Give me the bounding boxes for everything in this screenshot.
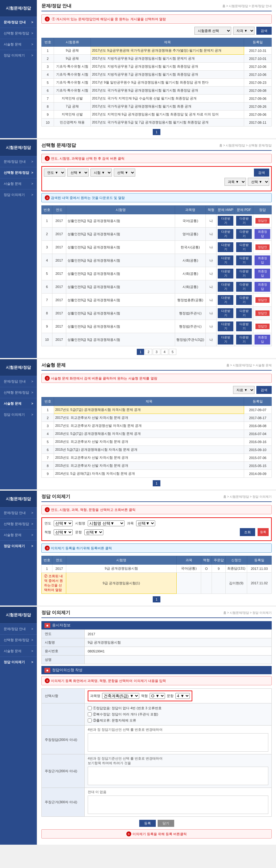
download-pdf-btn[interactable]: 다운받기 — [236, 308, 252, 318]
table-row[interactable]: 다운받기 — [235, 241, 253, 254]
answer-btn[interactable]: 정답안 — [255, 218, 270, 223]
table-row[interactable]: 다운받기 — [216, 267, 235, 280]
download-hwp-btn[interactable]: 다운받기 — [218, 295, 233, 305]
exam-select-2[interactable]: 선택 ▼ — [67, 168, 89, 177]
search-button-3[interactable]: 검색 — [256, 386, 272, 394]
table-row[interactable]: 최종정답 — [253, 280, 272, 293]
sidebar-item-notice-5[interactable]: 문제/정답 안내 > — [0, 623, 37, 634]
download-pdf-btn[interactable]: 다운받기 — [236, 216, 252, 226]
table-row[interactable]: 다운받기 — [216, 227, 235, 241]
download-hwp-btn[interactable]: 다운받기 — [218, 308, 233, 318]
pagination-2[interactable]: 12345 — [41, 349, 272, 355]
table-row[interactable]: 2017년도 지역인재 9급 공개경쟁임용시험 필기시험 최종정답 및 공개 자… — [91, 111, 244, 119]
sidebar-item-notice-4[interactable]: 문제/정답 안내 > — [0, 507, 37, 518]
checkbox-row-3[interactable]: ③출제오류: 문항자체에 오류 — [88, 718, 268, 724]
table-row[interactable]: 최종정답 — [253, 227, 272, 241]
table-row[interactable]: 다운받기 — [235, 307, 253, 320]
table-row[interactable]: 정답안 — [253, 214, 272, 227]
reason2-textarea[interactable] — [88, 796, 268, 814]
table-row[interactable]: 2017년도 외교관후보자 공개경쟁선발 자격시험 문제 공개 — [54, 422, 244, 430]
table-row[interactable]: 다운받기 — [216, 241, 235, 254]
sidebar-header-3[interactable]: 시험문제/정답 — [0, 359, 37, 376]
type-select-5[interactable]: O ▼ — [150, 693, 165, 699]
pagination-1[interactable]: 1 — [41, 129, 272, 135]
table-row[interactable]: 2017년도 지방직공무원 7급 공개경쟁임용시험 필기시험 최종정답 공개 — [91, 71, 244, 79]
answer-btn[interactable]: 최종정답 — [254, 335, 270, 344]
table-row[interactable]: 다운받기 — [235, 267, 253, 280]
sidebar-item-selected-5[interactable]: 선택형 문제/정답 > — [0, 634, 37, 645]
register-btn-4[interactable]: 등록 — [257, 528, 269, 536]
sidebar-item-essay-2[interactable]: 서술형 문제 > — [0, 178, 37, 189]
year-select-2[interactable]: 연도 ▼ — [44, 168, 65, 177]
sidebar-item-obj-5[interactable]: 정답 이의제기 > — [0, 656, 37, 668]
table-row[interactable]: 2016년도 외교관후보자 선발 자격시험 문제 공개 — [54, 438, 244, 446]
table-row[interactable]: 2017년도 국가직공무원 7급 공채경쟁채용시험 필기시험 최종 공개 — [91, 102, 244, 111]
download-pdf-btn[interactable]: 다운받기 — [236, 295, 252, 305]
download-pdf-btn[interactable]: 다운받기 — [236, 269, 252, 278]
answer-btn[interactable]: 최종정답 — [254, 229, 270, 239]
table-row[interactable]: 2017년도 국가직공무원 9급 공개경쟁임용시험 필기시험 최종정답 공개 — [91, 87, 244, 95]
download-hwp-btn[interactable]: 다운받기 — [218, 282, 233, 292]
sidebar-item-essay-3[interactable]: 서술형 문제 > — [0, 398, 37, 409]
subject-sub-2[interactable]: 선택 ▼ — [248, 178, 269, 186]
sidebar-header-5[interactable]: 시험문제/정답 — [0, 607, 37, 623]
table-row[interactable]: 다운받기 — [216, 293, 235, 307]
pagination-4[interactable]: 1 — [41, 596, 272, 602]
download-pdf-btn[interactable]: 다운받기 — [236, 229, 252, 239]
sidebar-item-notice[interactable]: 문제/정답 안내 > — [0, 17, 37, 28]
sidebar-item-essay-4[interactable]: 서술형 문제 > — [0, 529, 37, 540]
download-hwp-btn[interactable]: 다운받기 — [218, 269, 233, 278]
checkbox-2[interactable] — [88, 712, 92, 716]
sidebar-item-selected-2[interactable]: 선택형 문제/정답 > — [0, 167, 37, 178]
table-row[interactable]: 최종정답 — [253, 333, 272, 346]
data-select-3[interactable]: 자료 ▼ — [233, 386, 254, 394]
sidebar-item-selected-3[interactable]: 선택형 문제/정답 > — [0, 387, 37, 398]
table-row[interactable]: 2017년도 외교관후보자 선발 자격시험 문제 공개 — [54, 414, 244, 422]
search-btn-4[interactable]: 조회 — [240, 528, 255, 536]
answer-btn[interactable]: 최종정답 — [254, 269, 270, 278]
table-row[interactable]: 2014년도 5급 공채(7급) 자격시험 자격시험 문제 공개 — [54, 470, 244, 478]
table-row[interactable]: 다운받기 — [235, 320, 253, 333]
checkbox-1[interactable] — [88, 706, 92, 710]
checkbox-row-2[interactable]: ②복수정답: 정답이 여러 개다 (주관식 포함) — [88, 711, 268, 718]
checkbox-row-1[interactable]: ①정답없음: 정답이 없다 4번 (번호 3 오류번호 — [88, 705, 268, 711]
download-pdf-btn[interactable]: 다운받기 — [236, 242, 252, 252]
table-row[interactable]: 다운받기 — [216, 280, 235, 293]
sidebar-item-obj-2[interactable]: 정답 이의제기 > — [0, 189, 37, 200]
table-row[interactable]: 다운받기 — [216, 320, 235, 333]
answer-btn[interactable]: 최종정답 — [254, 282, 270, 292]
exam-select-4[interactable]: 시험명 선택▼ — [88, 521, 125, 526]
answer-btn[interactable]: 정답안 — [255, 323, 270, 329]
table-row[interactable]: 다운받기 — [216, 307, 235, 320]
table-row[interactable]: 다운받기 — [235, 293, 253, 307]
table-row[interactable]: 다운받기 — [235, 333, 253, 346]
search-button-1[interactable]: 검색 — [256, 27, 272, 35]
download-hwp-btn[interactable]: 다운받기 — [218, 335, 233, 344]
table-row[interactable]: 다운받기 — [216, 214, 235, 227]
table-row[interactable]: 다운받기 — [235, 227, 253, 241]
sidebar-item-notice-3[interactable]: 문제/정답 안내 > — [0, 376, 37, 387]
sidebar-item-notice-2[interactable]: 문제/정답 안내 > — [0, 156, 37, 167]
download-hwp-btn[interactable]: 다운받기 — [218, 255, 233, 265]
table-row[interactable]: 다운받기 — [216, 333, 235, 346]
download-pdf-btn[interactable]: 다운받기 — [236, 282, 252, 292]
download-hwp-btn[interactable]: 다운받기 — [218, 321, 233, 331]
table-row[interactable]: 다운받기 — [235, 214, 253, 227]
table-row[interactable]: 다운받기 — [235, 280, 253, 293]
sidebar-item-essay[interactable]: 서술형 문제 > — [0, 39, 37, 50]
subject-select-4[interactable]: 선택▼ — [136, 521, 155, 526]
answer-btn[interactable]: 정답안 — [255, 310, 270, 316]
download-pdf-btn[interactable]: 다운받기 — [236, 255, 252, 265]
subject-select-5[interactable]: 건축계획(5급) ▼ — [102, 693, 139, 699]
table-row[interactable]: 2015년도 외교관후보자 선발 자격시험 문제 공개 — [54, 454, 244, 462]
type-select-4[interactable]: 선택▼ — [54, 529, 73, 535]
sidebar-header-4[interactable]: 시험문제/정답 — [0, 491, 37, 507]
table-row[interactable]: 최종정답 — [253, 254, 272, 267]
sidebar-item-selected-4[interactable]: 선택형 문제/정답 > — [0, 518, 37, 529]
sub-select-2[interactable]: 선택 ▼ — [114, 168, 135, 177]
answer-btn[interactable]: 정답안 — [255, 244, 270, 250]
download-hwp-btn[interactable]: 다운받기 — [218, 216, 233, 226]
table-row[interactable]: 최종정답 — [253, 267, 272, 280]
table-row[interactable]: 2017년도 국가직 지역인재 9급 수습직원 선발 필기시험 최종정답 공개 — [91, 95, 244, 102]
table-row[interactable]: 2017년 9월 일반공무원수 9급 공개경쟁임용시험 필기시험 최종정답 공개… — [91, 79, 244, 87]
